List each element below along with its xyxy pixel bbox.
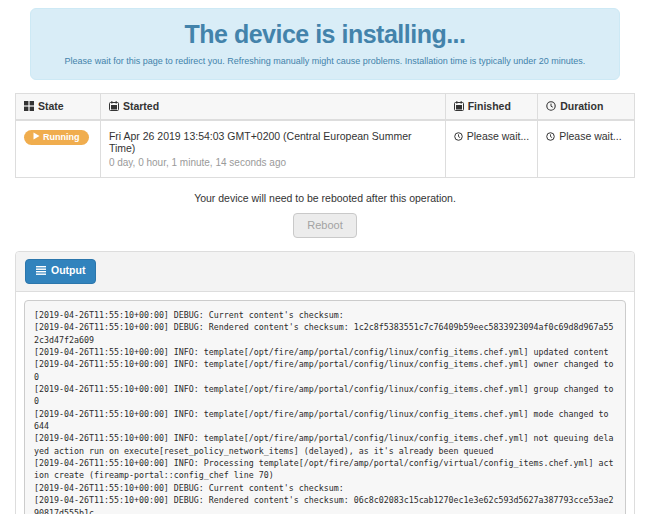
output-toggle-label: Output [51,264,85,276]
duration-value: Please wait... [559,130,621,142]
installing-banner: The device is installing... Please wait … [30,8,620,80]
reboot-button[interactable]: Reboot [293,213,356,238]
status-table: State Started Finished Duration Running [15,93,635,178]
clock-icon [454,131,463,143]
column-header-label: Duration [560,100,603,112]
clock-icon [546,131,555,143]
status-badge: Running [24,130,89,145]
state-cell: Running [16,120,101,178]
column-header-label: Finished [468,100,511,112]
output-panel-body: [2019-04-26T11:55:10+00:00] DEBUG: Curre… [16,292,634,514]
column-header-state: State [16,94,101,121]
status-badge-label: Running [43,132,80,142]
calendar-icon [109,101,119,113]
status-row: Running Fri Apr 26 2019 13:54:03 GMT+020… [16,120,635,178]
play-icon [33,132,40,142]
finished-value: Please wait... [467,130,529,142]
output-panel: Output [2019-04-26T11:55:10+00:00] DEBUG… [15,251,635,514]
started-relative-time: 0 day, 0 hour, 1 minute, 14 seconds ago [109,157,437,168]
console-output[interactable]: [2019-04-26T11:55:10+00:00] DEBUG: Curre… [24,300,626,514]
banner-subtitle: Please wait for this page to redirect yo… [51,56,599,66]
column-header-finished: Finished [445,94,537,121]
output-panel-heading: Output [16,252,634,292]
reboot-notice: Your device will need to be rebooted aft… [0,192,650,204]
status-table-wrap: State Started Finished Duration Running [15,93,635,178]
column-header-duration: Duration [538,94,635,121]
started-timestamp: Fri Apr 26 2019 13:54:03 GMT+0200 (Centr… [109,130,437,154]
calendar-icon [454,101,464,113]
th-large-icon [24,101,34,113]
started-cell: Fri Apr 26 2019 13:54:03 GMT+0200 (Centr… [100,120,445,178]
status-table-header-row: State Started Finished Duration [16,94,635,121]
column-header-label: State [38,100,64,112]
column-header-started: Started [100,94,445,121]
list-icon [36,265,46,278]
duration-cell: Please wait... [538,120,635,178]
clock-icon [546,101,556,113]
finished-cell: Please wait... [445,120,537,178]
column-header-label: Started [123,100,159,112]
output-toggle-button[interactable]: Output [25,259,96,284]
reboot-section: Your device will need to be rebooted aft… [0,192,650,238]
page-title: The device is installing... [51,20,599,49]
